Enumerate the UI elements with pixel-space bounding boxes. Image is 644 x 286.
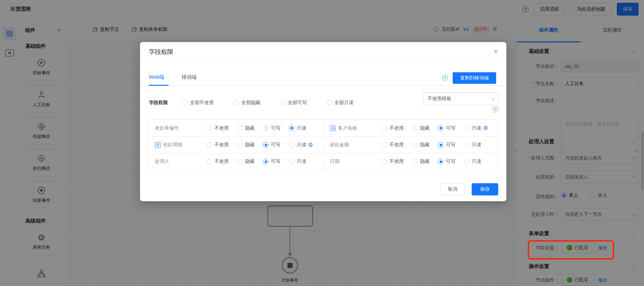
table-row: 处理人不使用隐藏可写只读日期不使用隐藏可写只读 [148, 153, 498, 170]
radio-option-label: 隐藏 [245, 142, 255, 148]
radio-option[interactable]: 只读 [289, 125, 306, 131]
radio-unselected [207, 142, 212, 148]
radio-option-label: 全部只读 [334, 100, 353, 106]
field-permission-modal: 字段权限 ✕ Web端 移动端 ? 复制到移动端 字段权限 全部不使用全部隐藏全… [140, 42, 506, 201]
field-settings-gear-icon[interactable]: ⚙ [483, 125, 488, 131]
radio-option[interactable]: 全部只读 [327, 100, 353, 106]
radio-option[interactable]: 只读 [464, 158, 481, 165]
radio-option[interactable]: 可写 [438, 125, 455, 131]
field-permission-cell: 收款金额不使用隐藏可写只读 [323, 137, 498, 153]
radio-option-label: 可写 [271, 158, 280, 165]
radio-option[interactable]: 只读 [289, 158, 306, 165]
radio-disabled [263, 126, 268, 131]
radio-unselected [464, 159, 469, 164]
template-select[interactable]: 不使用模板 [423, 92, 498, 105]
field-name: 收款金额 [330, 142, 349, 148]
field-name-wrap: 日期 [330, 158, 382, 165]
radio-unselected [464, 142, 469, 148]
radio-option-label: 只读 [472, 142, 481, 148]
radio-option[interactable]: 只读 [289, 142, 306, 148]
bulk-permission-row: 字段权限 全部不使用全部隐藏全部可写全部只读 [149, 100, 373, 106]
radio-option[interactable]: 隐藏 [412, 125, 430, 131]
radio-option[interactable]: 不使用 [382, 125, 404, 131]
table-field-badge-icon: 表 [330, 125, 336, 131]
radio-unselected [182, 100, 188, 106]
field-permission-cell: 收款单编号不使用隐藏可写只读 [148, 120, 323, 136]
radio-option[interactable]: 不使用 [207, 158, 229, 165]
cancel-button[interactable]: 取消 [440, 183, 465, 195]
radio-option[interactable]: 隐藏 [412, 142, 430, 148]
radio-option-label: 全部不使用 [190, 100, 214, 106]
radio-selected [289, 126, 294, 131]
radio-option-label: 隐藏 [245, 125, 255, 131]
radio-unselected [237, 126, 243, 131]
radio-option-label: 不使用 [214, 142, 229, 148]
radio-option[interactable]: 可写 [263, 158, 280, 165]
radio-option-label: 隐藏 [420, 142, 430, 148]
modal-tabs-underline [140, 85, 506, 86]
radio-option[interactable]: 全部不使用 [182, 100, 214, 106]
field-name: 日期 [330, 158, 340, 165]
tab-web[interactable]: Web端 [149, 74, 164, 80]
radio-unselected [207, 126, 212, 131]
radio-option-label: 只读 [297, 125, 306, 131]
field-name-wrap: 收款单编号 [155, 125, 207, 131]
field-permission-cell: 日期不使用隐藏可写只读 [323, 153, 498, 170]
radio-option-label: 可写 [271, 142, 280, 148]
chevron-down-icon [491, 97, 495, 100]
modal-footer: 取消 保存 [440, 183, 498, 195]
radio-option-label: 不使用 [214, 158, 229, 165]
radio-option[interactable]: 不使用 [382, 158, 404, 165]
modal-save-button[interactable]: 保存 [472, 183, 498, 195]
field-name-wrap: 收款金额 [330, 142, 382, 148]
radio-selected [438, 126, 443, 131]
radio-option[interactable]: 不使用 [382, 142, 404, 148]
copy-to-mobile-button[interactable]: 复制到移动端 [453, 72, 496, 84]
template-select-value: 不使用模板 [428, 96, 451, 102]
radio-option[interactable]: 隐藏 [237, 142, 255, 148]
radio-unselected [412, 126, 418, 131]
radio-option[interactable]: 全部可写 [280, 100, 307, 106]
help-green-icon[interactable]: ? [442, 75, 448, 81]
radio-option-label: 可写 [271, 125, 280, 131]
radio-option[interactable]: 隐藏 [412, 158, 430, 165]
close-icon[interactable]: ✕ [493, 48, 498, 55]
help-green-icon[interactable]: ? [492, 107, 498, 112]
field-name: 收款单编号 [155, 125, 179, 131]
field-permission-cell: 表客户名称不使用隐藏可写只读⚙ [323, 120, 498, 136]
permission-options: 不使用隐藏可写只读 [207, 142, 306, 148]
radio-option-label: 可写 [446, 142, 455, 148]
field-name: 处理人 [155, 158, 169, 165]
radio-option-label: 全部可写 [288, 100, 307, 106]
radio-option[interactable]: 不使用 [207, 142, 229, 148]
field-name: 客户名称 [338, 125, 357, 131]
radio-option-label: 全部隐藏 [241, 100, 260, 106]
radio-option[interactable]: 隐藏 [237, 158, 255, 165]
radio-unselected [289, 159, 294, 164]
radio-option-label: 只读 [297, 142, 306, 148]
modal-title: 字段权限 [149, 48, 173, 56]
radio-selected [263, 159, 268, 164]
permission-options: 不使用隐藏可写只读 [382, 142, 481, 148]
radio-option[interactable]: 可写 [438, 142, 455, 148]
tab-mobile[interactable]: 移动端 [181, 74, 197, 80]
radio-option[interactable]: 可写 [438, 158, 455, 165]
field-permission-cell: 表收款明细不使用隐藏可写只读⚙ [148, 137, 323, 153]
field-settings-gear-icon[interactable]: ⚙ [308, 142, 313, 148]
radio-unselected [237, 142, 243, 148]
radio-option[interactable]: 全部隐藏 [233, 100, 260, 106]
radio-option[interactable]: 只读 [464, 142, 481, 148]
radio-option[interactable]: 隐藏 [237, 125, 255, 131]
radio-option-label: 不使用 [389, 142, 404, 148]
radio-option-label: 不使用 [214, 125, 229, 131]
radio-option[interactable]: 可写 [263, 142, 280, 148]
modal-tab-active-ink [149, 85, 169, 86]
radio-option-label: 可写 [446, 158, 455, 165]
radio-option[interactable]: 只读 [464, 125, 481, 131]
app-root: 出货流程 ? 启用流程 为此流程创建 保存 JS 组件 ✕ 基础组件开始事件人工… [0, 0, 644, 286]
bulk-options: 全部不使用全部隐藏全部可写全部只读 [182, 100, 373, 106]
radio-option[interactable]: 可写 [263, 125, 280, 131]
radio-option[interactable]: 不使用 [207, 125, 229, 131]
radio-selected [438, 159, 443, 164]
radio-unselected [327, 100, 332, 106]
